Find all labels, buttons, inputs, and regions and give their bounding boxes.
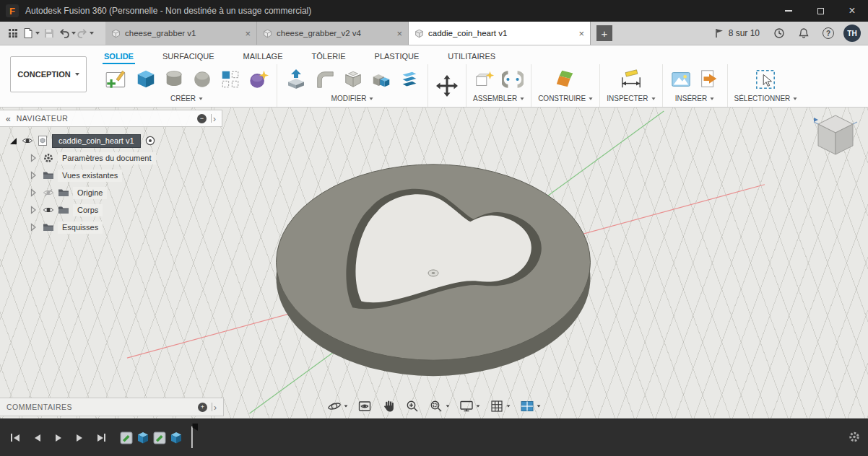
step-forward-button[interactable] [74, 432, 84, 444]
panel-handle-icon[interactable] [213, 113, 216, 124]
play-button[interactable] [53, 432, 64, 444]
tree-item-sketches[interactable]: Esquisses [0, 219, 222, 236]
timeline-settings-button[interactable] [848, 430, 861, 445]
collapse-panel-icon[interactable] [6, 113, 11, 124]
measure-button[interactable] [620, 68, 643, 91]
tab-close-icon[interactable] [245, 28, 251, 39]
go-to-start-button[interactable] [9, 431, 22, 444]
viewport-3d[interactable]: NAVIGATEUR caddie_coin_heart v1 Paramètr… [0, 108, 868, 418]
ribbon-tab-utilitaires[interactable]: UTILITAIRES [446, 49, 497, 64]
tab-close-icon[interactable] [396, 28, 402, 39]
look-at-button[interactable] [356, 398, 373, 415]
combine-button[interactable] [370, 68, 393, 91]
tree-item-origin[interactable]: Origine [0, 184, 222, 201]
job-status-button[interactable]: 8 sur 10 [713, 27, 760, 39]
tree-item-label[interactable]: Esquisses [58, 222, 103, 234]
expand-arrow-icon[interactable] [27, 222, 39, 233]
history-button[interactable] [770, 24, 789, 43]
timeline-feature-extrude1[interactable] [136, 431, 150, 445]
construct-plane-button[interactable] [554, 68, 577, 91]
shell-button[interactable] [342, 68, 365, 91]
ribbon-tab-surfacique[interactable]: SURFACIQUE [161, 49, 216, 64]
help-button[interactable] [819, 24, 838, 43]
tree-item-document-settings[interactable]: Paramètres du document [0, 149, 222, 167]
timeline-feature-sketch1[interactable] [119, 431, 134, 445]
create-box-button[interactable] [134, 68, 157, 91]
tree-item-label[interactable]: Paramètres du document [58, 152, 156, 165]
grid-snap-button[interactable] [488, 398, 512, 415]
expand-arrow-icon[interactable] [27, 170, 39, 181]
new-component-button[interactable] [473, 68, 496, 91]
document-tab-caddie-coin-heart[interactable]: caddie_coin_heart v1 [409, 22, 591, 45]
modify-group-dropdown[interactable]: MODIFIER [331, 95, 374, 102]
press-pull-button[interactable] [284, 67, 308, 92]
pan-button[interactable] [380, 398, 397, 415]
visibility-eye-icon[interactable] [22, 135, 33, 146]
ribbon-tab-maillage[interactable]: MAILLAGE [241, 49, 284, 64]
ribbon-tab-plastique[interactable]: PLASTIQUE [373, 49, 421, 64]
activate-component-icon[interactable] [144, 135, 156, 146]
create-sphere-button[interactable] [191, 68, 214, 91]
insert-group-dropdown[interactable]: INSÉRER [675, 95, 714, 102]
redo-button[interactable] [77, 24, 94, 43]
tree-item-label[interactable]: Vues existantes [58, 170, 122, 182]
document-tab-cheese-grabber[interactable]: cheese_grabber v1 [105, 22, 257, 45]
tree-item-label[interactable]: Corps [73, 204, 103, 216]
select-group-dropdown[interactable]: SÉLECTIONNER [734, 95, 798, 102]
construct-group-dropdown[interactable]: CONSTRUIRE [538, 95, 593, 102]
create-form-button[interactable] [247, 68, 270, 91]
tree-item-named-views[interactable]: Vues existantes [0, 167, 222, 184]
expand-arrow-icon[interactable] [27, 187, 39, 198]
tree-item-bodies[interactable]: Corps [0, 201, 222, 219]
tree-item-label[interactable]: Origine [73, 187, 107, 199]
expand-arrow-icon[interactable] [27, 152, 39, 164]
maximize-button[interactable] [804, 0, 836, 22]
ribbon-tab-tolerie[interactable]: TÔLERIE [311, 49, 347, 64]
offset-button[interactable] [398, 68, 421, 91]
document-tab-cheese-grabber-v2[interactable]: cheese_grabber_v2 v4 [257, 22, 409, 45]
new-tab-button[interactable] [596, 25, 612, 41]
visibility-eye-off-icon[interactable] [43, 187, 54, 198]
notifications-button[interactable] [794, 24, 813, 43]
create-sketch-button[interactable] [103, 66, 129, 92]
minimize-button[interactable] [773, 0, 804, 22]
fillet-button[interactable] [313, 68, 337, 91]
view-cube-home-icon[interactable] [814, 118, 818, 122]
file-menu-button[interactable] [22, 24, 40, 43]
expand-arrow-icon[interactable] [27, 204, 39, 216]
close-button[interactable] [836, 0, 868, 22]
origin-marker[interactable] [428, 270, 438, 276]
workspace-selector[interactable]: CONCEPTION [10, 56, 87, 92]
select-button[interactable] [754, 68, 777, 91]
zoom-window-button[interactable] [428, 398, 451, 415]
zoom-button[interactable] [404, 398, 421, 415]
timeline-feature-sketch2[interactable] [152, 431, 167, 445]
move-copy-button[interactable] [435, 74, 459, 98]
add-comment-button[interactable] [198, 403, 207, 412]
step-back-button[interactable] [32, 432, 43, 444]
tree-item-root-component[interactable]: caddie_coin_heart v1 [0, 132, 222, 149]
go-to-end-button[interactable] [95, 431, 108, 444]
assemble-group-dropdown[interactable]: ASSEMBLER [473, 95, 524, 102]
visibility-eye-icon[interactable] [43, 204, 54, 216]
orbit-button[interactable] [326, 398, 350, 415]
inspect-group-dropdown[interactable]: INSPECTER [607, 95, 655, 102]
save-button[interactable] [40, 24, 58, 43]
expand-corner-icon[interactable] [10, 138, 17, 144]
create-cylinder-button[interactable] [162, 68, 186, 91]
view-cube[interactable] [812, 112, 859, 159]
app-grid-button[interactable] [4, 24, 22, 43]
panel-handle-icon[interactable] [214, 402, 217, 413]
joint-button[interactable] [501, 68, 524, 91]
create-group-dropdown[interactable]: CRÉER [170, 95, 203, 102]
undo-button[interactable] [58, 24, 76, 43]
insert-svg-button[interactable] [698, 68, 721, 91]
comments-bar[interactable]: COMMENTAIRES [0, 398, 224, 416]
create-pattern-button[interactable] [219, 68, 242, 91]
viewports-button[interactable] [518, 398, 542, 415]
root-component-label[interactable]: caddie_coin_heart v1 [52, 134, 141, 148]
ribbon-tab-solide[interactable]: SOLIDE [103, 49, 135, 64]
minimize-panel-button[interactable] [197, 114, 207, 123]
timeline-feature-extrude2[interactable] [169, 431, 183, 445]
display-settings-button[interactable] [458, 398, 482, 415]
